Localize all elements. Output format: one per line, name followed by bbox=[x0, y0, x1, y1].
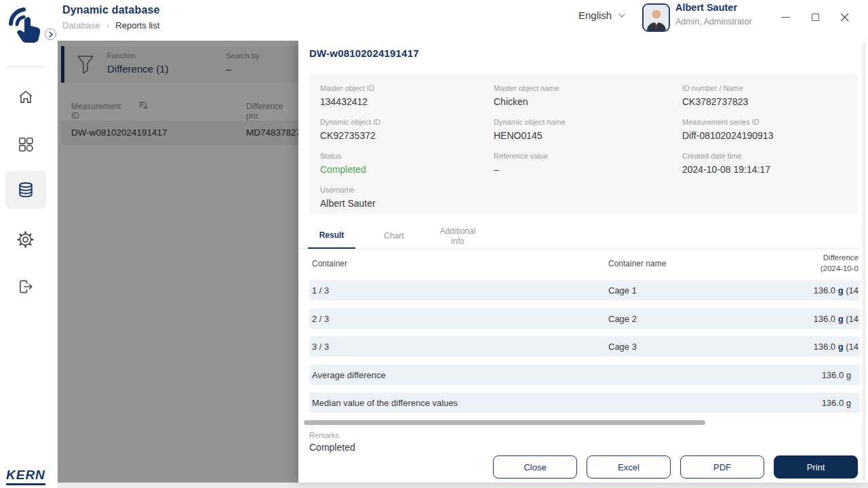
tab-additional-info[interactable]: Additional info bbox=[433, 224, 483, 249]
table-row: 2 / 3 Cage 2 136.0 g (14 bbox=[309, 308, 860, 329]
info-username: Username Albert Sauter bbox=[320, 186, 494, 220]
minimize-button[interactable] bbox=[777, 9, 793, 24]
sidebar: KERN bbox=[0, 0, 51, 488]
detail-tabs: Result Chart Additional info bbox=[298, 224, 860, 249]
breadcrumb-separator-icon: › bbox=[106, 20, 110, 30]
sidebar-item-database[interactable] bbox=[5, 171, 46, 209]
close-button[interactable]: Close bbox=[493, 455, 577, 479]
report-info-card: Master object ID 134432412 Master object… bbox=[309, 75, 857, 214]
page-title: Dynamic database bbox=[62, 4, 160, 16]
breadcrumb-reports-list: Reports list bbox=[115, 20, 159, 30]
report-detail-panel: DW-w08102024191417 Master object ID 1344… bbox=[298, 41, 868, 483]
excel-button[interactable]: Excel bbox=[587, 455, 671, 479]
info-master-object-id: Master object ID 134432412 bbox=[320, 84, 494, 118]
user-name: Albert Sauter bbox=[675, 2, 737, 13]
tab-chart[interactable]: Chart bbox=[370, 224, 418, 249]
table-row: 3 / 3 Cage 3 136.0 g (14 bbox=[309, 336, 860, 357]
summary-row-average: Average difference 136.0 g bbox=[309, 365, 860, 385]
column-container-name: Container name bbox=[608, 259, 821, 268]
table-row: 1 / 3 Cage 1 136.0 g (14 bbox=[309, 280, 860, 300]
kern-logo: KERN bbox=[6, 468, 45, 485]
apps-icon bbox=[17, 136, 35, 153]
info-reference-value: Reference value – bbox=[494, 152, 682, 186]
chevron-down-icon bbox=[618, 13, 626, 18]
result-table-header: Container Container name Difference (202… bbox=[309, 251, 860, 277]
vertical-scrollbar[interactable] bbox=[862, 42, 866, 481]
breadcrumb: Database › Reports list bbox=[62, 20, 159, 30]
bottom-strip bbox=[58, 483, 868, 488]
info-dynamic-object-name: Dynamic object name HENO0145 bbox=[494, 118, 682, 152]
logout-icon bbox=[17, 278, 35, 296]
tab-result[interactable]: Result bbox=[308, 224, 355, 249]
sidebar-item-logout[interactable] bbox=[0, 277, 51, 297]
close-window-button[interactable] bbox=[836, 9, 852, 24]
language-label: English bbox=[578, 9, 612, 21]
sidebar-item-settings[interactable] bbox=[0, 229, 51, 249]
app-header: Dynamic database Database › Reports list… bbox=[51, 0, 868, 41]
info-created-date-time: Created date time 2024-10-08 19:14:17 bbox=[682, 152, 857, 186]
sidebar-item-apps[interactable] bbox=[0, 134, 51, 155]
user-role: Admin, Adminstrator bbox=[675, 17, 752, 26]
language-selector[interactable]: English bbox=[578, 9, 626, 21]
maximize-icon bbox=[812, 14, 819, 21]
action-buttons: Close Excel PDF Print bbox=[298, 455, 858, 479]
info-dynamic-object-id: Dynamic object ID CK92735372 bbox=[320, 118, 494, 152]
maximize-button[interactable] bbox=[807, 9, 823, 24]
close-icon bbox=[840, 13, 849, 22]
sidebar-item-home[interactable] bbox=[0, 87, 51, 107]
status-badge: Completed bbox=[320, 164, 494, 175]
pdf-button[interactable]: PDF bbox=[680, 455, 764, 479]
info-id-number-name: ID number / Name CK3782737823 bbox=[682, 84, 857, 118]
touch-logo-icon bbox=[7, 5, 45, 43]
database-icon bbox=[16, 180, 35, 199]
report-title: DW-w08102024191417 bbox=[309, 47, 419, 59]
info-master-object-name: Master object name Chicken bbox=[494, 84, 682, 118]
summary-row-median: Median value of the difference values 13… bbox=[309, 392, 860, 413]
remarks-value: Completed bbox=[309, 442, 355, 453]
horizontal-scrollbar[interactable] bbox=[304, 420, 705, 425]
chevron-right-icon bbox=[48, 31, 54, 38]
info-measurement-series-id: Measurement series ID Diff-0810202419091… bbox=[682, 118, 857, 152]
sidebar-divider bbox=[5, 66, 45, 67]
breadcrumb-database[interactable]: Database bbox=[62, 20, 100, 30]
info-status: Status Completed bbox=[320, 152, 494, 186]
column-difference: Difference (2024-10-0 bbox=[821, 253, 860, 274]
gear-icon bbox=[16, 230, 35, 249]
sidebar-expand-button[interactable] bbox=[45, 28, 56, 40]
column-container: Container bbox=[309, 259, 608, 268]
home-icon bbox=[17, 88, 35, 106]
avatar[interactable] bbox=[642, 3, 670, 32]
minimize-icon bbox=[781, 17, 790, 18]
print-button[interactable]: Print bbox=[774, 455, 858, 479]
user-photo-icon bbox=[644, 5, 669, 31]
remarks-label: Remarks bbox=[309, 431, 339, 439]
